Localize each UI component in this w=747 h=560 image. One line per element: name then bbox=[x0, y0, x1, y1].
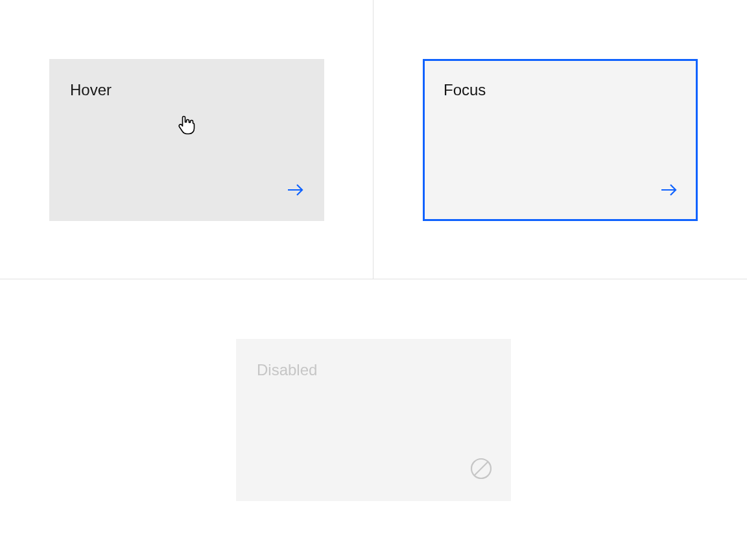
tile-disabled-label: Disabled bbox=[257, 360, 490, 380]
tile-focus[interactable]: Focus bbox=[423, 59, 698, 221]
focus-cell: Focus bbox=[374, 0, 747, 279]
tile-hover-label: Hover bbox=[70, 80, 303, 100]
svg-line-1 bbox=[475, 462, 488, 476]
hover-cell: Hover bbox=[0, 0, 374, 279]
no-symbol-icon bbox=[469, 457, 493, 483]
arrow-right-icon bbox=[659, 180, 680, 203]
states-bottom-row: Disabled bbox=[0, 279, 747, 560]
tile-hover[interactable]: Hover bbox=[49, 59, 324, 221]
states-top-row: Hover Focus bbox=[0, 0, 747, 279]
arrow-right-icon bbox=[285, 180, 306, 203]
tile-focus-label: Focus bbox=[444, 80, 677, 100]
tile-disabled: Disabled bbox=[236, 339, 511, 501]
